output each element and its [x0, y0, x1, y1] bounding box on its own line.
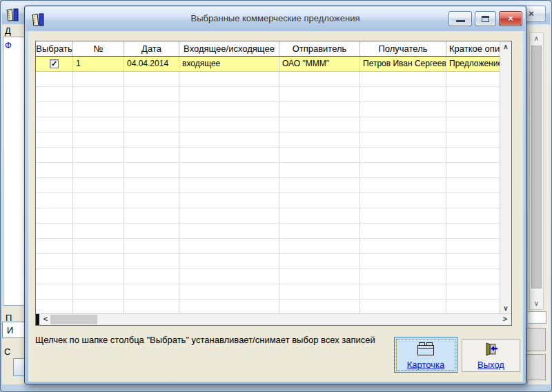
screen: × Д Ф П И С ∧ ∨ Выбранн — [0, 0, 552, 392]
dialog-client-area: Выбрать № Дата Входящее/исходящее Отправ… — [28, 31, 523, 382]
table-vertical-scrollbar[interactable]: ∧ ∨ — [500, 41, 511, 314]
table-row[interactable] — [36, 117, 500, 133]
table-row[interactable] — [36, 254, 500, 269]
exit-button[interactable]: Выход — [462, 339, 520, 372]
scroll-right-icon[interactable]: > — [500, 314, 510, 325]
column-header-sender[interactable]: Отправитель — [279, 41, 360, 56]
grid-empty-rows — [36, 72, 511, 315]
hint-text: Щелчек по шапке столбца "Выбрать" устана… — [35, 335, 375, 345]
row-recipient-cell[interactable]: Петров Иван Сергеевич ( — [360, 57, 446, 71]
background-vertical-scrollbar[interactable]: ∧ ∨ — [529, 32, 544, 310]
table-row[interactable] — [36, 284, 500, 300]
table-row[interactable] — [36, 193, 500, 208]
background-listbox-fragment — [528, 311, 546, 324]
table-row[interactable] — [36, 102, 500, 117]
table-row[interactable] — [36, 163, 500, 178]
background-button-fragment[interactable] — [526, 328, 546, 351]
background-label-fragment: С — [4, 346, 10, 357]
row-date-cell[interactable]: 04.04.2014 — [124, 57, 179, 71]
minimize-button[interactable] — [448, 11, 472, 26]
scroll-up-icon[interactable]: ∧ — [530, 33, 543, 44]
exit-button-label: Выход — [462, 360, 520, 370]
card-button-label: Карточка — [395, 360, 457, 370]
row-direction-cell[interactable]: входящее — [179, 57, 279, 71]
column-header-date[interactable]: Дата — [124, 41, 179, 56]
card-button[interactable]: Карточка — [394, 337, 457, 373]
scroll-up-icon[interactable]: ∧ — [500, 41, 511, 52]
table-row-selected[interactable]: ✓ 1 04.04.2014 входящее ОАО "МММ" Петров… — [36, 57, 500, 72]
row-checkbox-checked[interactable]: ✓ — [50, 59, 59, 68]
table-row[interactable] — [36, 300, 500, 315]
column-header-summary[interactable]: Краткое опи — [446, 41, 500, 56]
row-sender-cell[interactable]: ОАО "МММ" — [279, 57, 360, 71]
offers-table: Выбрать № Дата Входящее/исходящее Отправ… — [35, 41, 512, 326]
table-row[interactable] — [36, 269, 500, 284]
minimize-icon — [456, 20, 465, 22]
background-button-fragment[interactable] — [526, 354, 546, 380]
background-input-text-fragment: И — [7, 325, 13, 335]
scroll-down-icon[interactable]: ∨ — [530, 298, 543, 309]
table-row[interactable] — [36, 178, 500, 193]
column-header-number[interactable]: № — [73, 41, 124, 56]
row-select-cell: ✓ — [36, 57, 73, 71]
column-header-recipient[interactable]: Получатель — [360, 41, 446, 56]
table-row[interactable] — [36, 208, 500, 224]
table-row[interactable] — [36, 224, 500, 239]
row-summary-cell[interactable]: Предложение — [446, 57, 500, 71]
table-row[interactable] — [36, 87, 500, 102]
table-row[interactable] — [36, 148, 500, 163]
dialog-titlebar[interactable]: Выбранные коммерческие предложения × — [26, 7, 525, 31]
table-horizontal-scrollbar[interactable]: < > — [36, 313, 511, 325]
exit-door-icon — [484, 342, 499, 359]
column-header-select[interactable]: Выбрать — [36, 41, 73, 56]
background-label-fragment: Д — [5, 26, 11, 36]
scroll-left-icon[interactable]: < — [41, 314, 50, 325]
restore-icon — [482, 16, 489, 22]
restore-button[interactable] — [475, 11, 496, 26]
column-header-direction[interactable]: Входящее/исходящее — [179, 41, 279, 56]
background-list-fragment[interactable] — [3, 37, 24, 306]
dialog-window: Выбранные коммерческие предложения × Выб… — [24, 6, 526, 384]
card-icon — [417, 342, 435, 359]
table-header-row: Выбрать № Дата Входящее/исходящее Отправ… — [36, 41, 500, 57]
close-button[interactable]: × — [499, 11, 522, 26]
scrollbar-thumb[interactable] — [50, 315, 97, 324]
table-row[interactable] — [36, 133, 500, 148]
table-row[interactable] — [36, 72, 500, 87]
table-row[interactable] — [36, 239, 500, 254]
row-number-cell[interactable]: 1 — [73, 57, 124, 71]
books-app-icon — [6, 8, 20, 26]
background-list-item-fragment[interactable]: Ф — [5, 40, 12, 50]
scrollbar-marker — [36, 314, 39, 325]
scroll-down-icon[interactable]: ∨ — [500, 303, 511, 314]
scrollbar-thumb[interactable] — [531, 46, 542, 288]
